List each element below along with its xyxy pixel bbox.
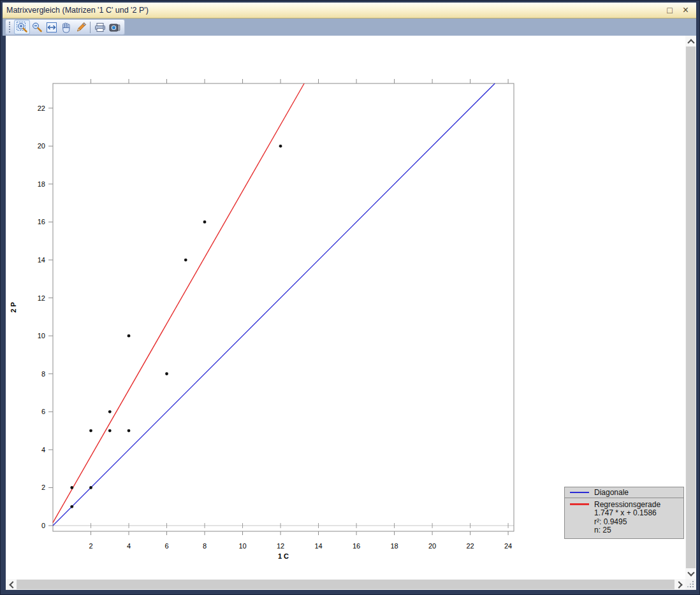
svg-text:2: 2 — [89, 542, 92, 550]
maximize-button[interactable]: □ — [667, 6, 672, 15]
chevron-up-icon — [687, 39, 694, 46]
svg-text:18: 18 — [38, 180, 45, 188]
window-controls: □ × — [667, 6, 696, 15]
svg-text:12: 12 — [38, 294, 45, 302]
svg-text:10: 10 — [38, 332, 45, 340]
legend-label: Diagonale — [594, 488, 629, 497]
toolbar-gripper[interactable] — [9, 22, 12, 32]
svg-text:2 P: 2 P — [10, 302, 17, 313]
svg-text:10: 10 — [238, 542, 246, 550]
legend-label: Regressionsgerade — [594, 500, 660, 509]
title-bar[interactable]: Matrixvergleich (Matrizen '1 C' und '2 P… — [3, 3, 696, 18]
svg-text:4: 4 — [127, 542, 131, 550]
toolbar-separator — [90, 22, 91, 33]
regression-n: n: 25 — [594, 526, 683, 535]
svg-text:1 C: 1 C — [278, 552, 289, 560]
zoom-selection-icon — [16, 21, 29, 34]
pencil-icon — [75, 21, 87, 34]
snapshot-button[interactable] — [107, 20, 122, 34]
svg-text:6: 6 — [41, 408, 45, 415]
svg-text:16: 16 — [38, 218, 45, 226]
toolbar — [6, 20, 124, 34]
legend-item-regression: Regressionsgerade 1.747 * x + 0.1586 r²:… — [564, 498, 684, 539]
svg-text:14: 14 — [314, 542, 322, 550]
chevron-left-icon — [9, 581, 16, 588]
vertical-scrollbar[interactable] — [685, 36, 696, 579]
zoom-out-icon — [31, 21, 43, 34]
plot-canvas: 2468101214161820222402468101214161820221… — [6, 36, 685, 579]
camera-icon — [108, 21, 121, 34]
chevron-right-icon — [675, 581, 682, 588]
regression-r-squared: r²: 0.9495 — [594, 518, 683, 527]
zoom-selection-button[interactable] — [15, 20, 29, 34]
fit-width-button[interactable] — [44, 20, 59, 34]
scroll-left-button[interactable] — [6, 579, 17, 590]
svg-text:24: 24 — [504, 542, 512, 550]
scroll-right-button[interactable] — [674, 579, 685, 590]
svg-text:12: 12 — [277, 542, 284, 550]
legend-item-diagonale: Diagonale — [564, 487, 684, 498]
chevron-down-icon — [687, 569, 694, 576]
regression-equation: 1.747 * x + 0.1586 — [594, 509, 683, 518]
application-window: { "window": { "title": "Matrixvergleich … — [0, 0, 700, 595]
client-area: 2468101214161820222402468101214161820221… — [6, 36, 696, 590]
edit-button[interactable] — [73, 20, 88, 34]
svg-text:2: 2 — [41, 484, 45, 491]
resize-corner[interactable] — [685, 579, 696, 590]
close-button[interactable]: × — [683, 6, 689, 15]
zoom-out-button[interactable] — [29, 20, 44, 34]
svg-text:0: 0 — [41, 522, 45, 529]
vertical-scrollbar-thumb[interactable] — [686, 47, 696, 568]
svg-text:14: 14 — [38, 256, 45, 264]
scroll-down-button[interactable] — [685, 568, 696, 579]
svg-text:20: 20 — [38, 142, 45, 150]
svg-text:8: 8 — [203, 542, 207, 550]
svg-text:8: 8 — [41, 370, 45, 378]
svg-text:22: 22 — [38, 104, 45, 112]
regression-line-sample — [570, 503, 589, 505]
horizontal-scrollbar[interactable] — [6, 579, 685, 590]
svg-text:4: 4 — [41, 446, 45, 454]
svg-text:6: 6 — [164, 542, 168, 550]
window-title: Matrixvergleich (Matrizen '1 C' und '2 P… — [6, 6, 149, 15]
resize-grip-icon — [692, 586, 694, 587]
svg-text:20: 20 — [428, 542, 436, 550]
diagonal-line-sample — [570, 492, 589, 493]
svg-text:16: 16 — [353, 542, 360, 550]
svg-text:18: 18 — [390, 542, 398, 550]
scroll-up-button[interactable] — [685, 36, 696, 47]
print-button[interactable] — [92, 20, 107, 34]
svg-text:22: 22 — [466, 542, 474, 550]
chart-legend: Diagonale Regressionsgerade 1.747 * x + … — [564, 487, 684, 539]
pan-hand-icon — [60, 21, 73, 34]
fit-width-icon — [45, 21, 58, 34]
printer-icon — [94, 21, 106, 34]
horizontal-scrollbar-thumb[interactable] — [17, 580, 674, 589]
toolbar-band — [3, 18, 696, 36]
pan-button[interactable] — [59, 20, 73, 34]
